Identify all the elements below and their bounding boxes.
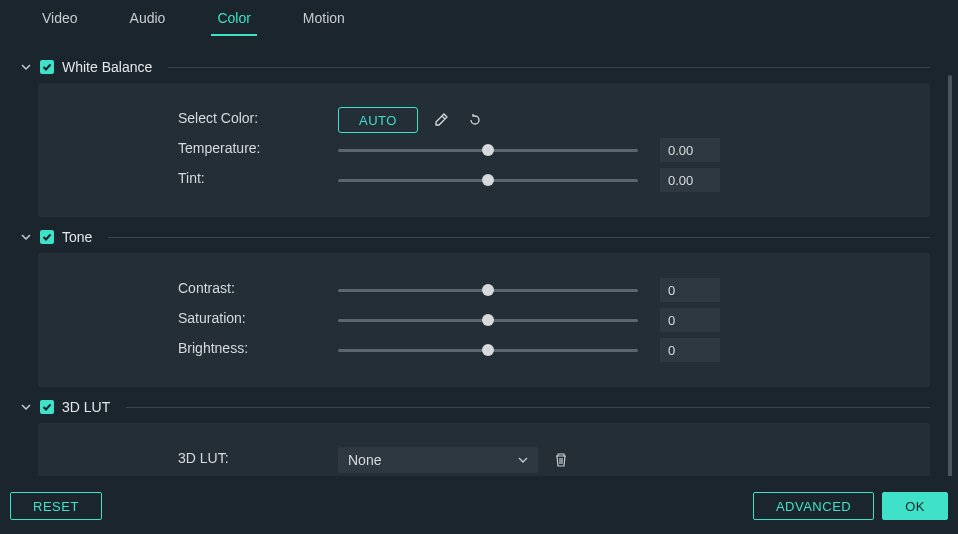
footer: RESET ADVANCED OK	[0, 476, 958, 534]
row-tint: Tint:	[38, 165, 930, 195]
chevron-down-icon[interactable]	[20, 401, 32, 413]
value-tint[interactable]	[660, 168, 720, 192]
label-saturation: Saturation:	[38, 310, 338, 326]
divider	[108, 237, 930, 238]
chevron-down-icon[interactable]	[20, 61, 32, 73]
chevron-down-icon	[518, 455, 528, 465]
tabs-bar: Video Audio Color Motion	[0, 0, 958, 37]
ok-button[interactable]: OK	[882, 492, 948, 520]
section-body-3d-lut: 3D LUT: None	[38, 423, 930, 476]
section-title-white-balance: White Balance	[62, 59, 152, 75]
value-brightness[interactable]	[660, 338, 720, 362]
tab-motion[interactable]: Motion	[297, 10, 351, 36]
row-temperature: Temperature:	[38, 135, 930, 165]
reset-icon[interactable]	[464, 109, 486, 131]
chevron-down-icon[interactable]	[20, 231, 32, 243]
tab-video[interactable]: Video	[36, 10, 84, 36]
select-3d-lut-value: None	[348, 452, 381, 468]
section-body-white-balance: Select Color: AUTO Temperature:	[38, 83, 930, 217]
value-contrast[interactable]	[660, 278, 720, 302]
scrollbar[interactable]	[948, 75, 952, 476]
checkbox-tone[interactable]	[40, 230, 54, 244]
slider-temperature[interactable]	[338, 140, 638, 160]
row-contrast: Contrast:	[38, 275, 930, 305]
label-select-color: Select Color:	[38, 110, 338, 126]
checkbox-3d-lut[interactable]	[40, 400, 54, 414]
section-header-white-balance: White Balance	[20, 59, 930, 75]
slider-saturation[interactable]	[338, 310, 638, 330]
advanced-button[interactable]: ADVANCED	[753, 492, 874, 520]
row-select-color: Select Color: AUTO	[38, 105, 930, 135]
checkbox-white-balance[interactable]	[40, 60, 54, 74]
section-body-tone: Contrast: Saturation: Bright	[38, 253, 930, 387]
section-header-3d-lut: 3D LUT	[20, 399, 930, 415]
section-title-tone: Tone	[62, 229, 92, 245]
row-saturation: Saturation:	[38, 305, 930, 335]
label-3d-lut: 3D LUT:	[38, 450, 338, 466]
eyedropper-icon[interactable]	[430, 109, 452, 131]
select-3d-lut[interactable]: None	[338, 447, 538, 473]
section-header-tone: Tone	[20, 229, 930, 245]
value-temperature[interactable]	[660, 138, 720, 162]
divider	[126, 407, 930, 408]
section-title-3d-lut: 3D LUT	[62, 399, 110, 415]
auto-button[interactable]: AUTO	[338, 107, 418, 133]
label-contrast: Contrast:	[38, 280, 338, 296]
tab-color[interactable]: Color	[211, 10, 256, 36]
slider-tint[interactable]	[338, 170, 638, 190]
slider-brightness[interactable]	[338, 340, 638, 360]
color-panel: White Balance Select Color: AUTO Tempera…	[0, 37, 958, 476]
row-3d-lut: 3D LUT: None	[38, 445, 930, 475]
label-temperature: Temperature:	[38, 140, 338, 156]
trash-icon[interactable]	[550, 449, 572, 471]
divider	[168, 67, 930, 68]
label-brightness: Brightness:	[38, 340, 338, 356]
reset-button[interactable]: RESET	[10, 492, 102, 520]
row-brightness: Brightness:	[38, 335, 930, 365]
label-tint: Tint:	[38, 170, 338, 186]
slider-contrast[interactable]	[338, 280, 638, 300]
tab-audio[interactable]: Audio	[124, 10, 172, 36]
value-saturation[interactable]	[660, 308, 720, 332]
